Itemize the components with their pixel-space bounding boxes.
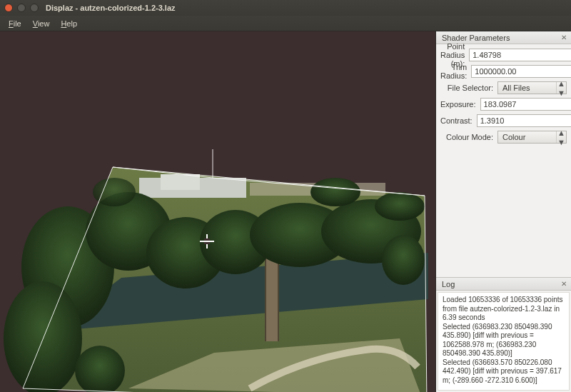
maximize-window-button[interactable] [30,4,39,12]
file-selector-value: All Files [498,84,556,92]
param-colour-mode: Colour Mode: Colour ▲▼ [440,129,567,145]
svg-point-18 [310,178,360,206]
point-radius-input[interactable]: ▲▼ [469,49,571,61]
window-title: Displaz - autzen-colorized-1.2-3.laz [46,4,176,12]
param-trim-radius: Trim Radius: ▲▼ [440,64,567,79]
menubar: File View Help [0,16,571,31]
colour-mode-combo[interactable]: Colour ▲▼ [497,131,567,144]
svg-rect-7 [161,174,200,190]
param-label: Trim Radius: [440,63,471,80]
exposure-input[interactable]: ▲▼ [480,98,571,111]
minimize-window-button[interactable] [17,4,26,12]
param-label: File Selector: [440,84,497,92]
point-cloud-scene [0,31,435,392]
shader-panel-close-icon[interactable]: ✕ [560,34,568,42]
param-contrast: Contrast: ▲▼ [440,113,567,129]
titlebar: Displaz - autzen-colorized-1.2-3.laz [0,0,571,16]
param-label: Exposure: [440,100,480,109]
svg-point-20 [93,178,136,206]
menu-help[interactable]: Help [55,17,83,30]
trim-radius-input[interactable]: ▲▼ [471,65,571,78]
menu-view[interactable]: View [27,17,56,30]
side-panel: Shader Parameters ✕ Point Radius (m): ▲▼… [435,31,571,392]
close-window-button[interactable] [4,4,13,12]
param-label: Contrast: [440,116,477,125]
param-exposure: Exposure: ▲▼ [440,96,567,112]
shader-panel-fill [436,149,571,277]
menu-file[interactable]: File [3,17,27,30]
log-text[interactable]: Loaded 10653336 of 10653336 points from … [438,292,570,391]
shader-panel-title: Shader Parameters [442,34,510,42]
log-panel-header[interactable]: Log ✕ [436,278,571,291]
param-point-radius: Point Radius (m): ▲▼ [440,47,567,63]
chevron-updown-icon: ▲▼ [556,131,566,143]
chevron-updown-icon: ▲▼ [556,82,566,94]
log-panel-close-icon[interactable]: ✕ [560,280,568,288]
point-radius-field[interactable] [470,49,571,61]
svg-point-10 [4,281,82,392]
svg-point-16 [382,235,425,285]
window-controls [4,4,39,12]
svg-point-19 [375,192,425,221]
exposure-field[interactable] [481,99,571,110]
log-panel-title: Log [442,280,455,288]
svg-rect-3 [266,257,278,341]
colour-mode-value: Colour [498,133,556,141]
viewport-3d[interactable] [0,31,435,392]
contrast-field[interactable] [477,115,571,126]
contrast-input[interactable]: ▲▼ [477,114,571,127]
log-panel: Log ✕ Loaded 10653336 of 10653336 points… [436,277,571,392]
shader-parameters: Point Radius (m): ▲▼ Trim Radius: ▲▼ Fil… [436,44,571,149]
param-label: Colour Mode: [440,133,497,141]
file-selector-combo[interactable]: All Files ▲▼ [497,81,567,94]
content-area: Shader Parameters ✕ Point Radius (m): ▲▼… [0,31,571,392]
trim-radius-field[interactable] [472,66,571,77]
param-file-selector: File Selector: All Files ▲▼ [440,80,567,96]
